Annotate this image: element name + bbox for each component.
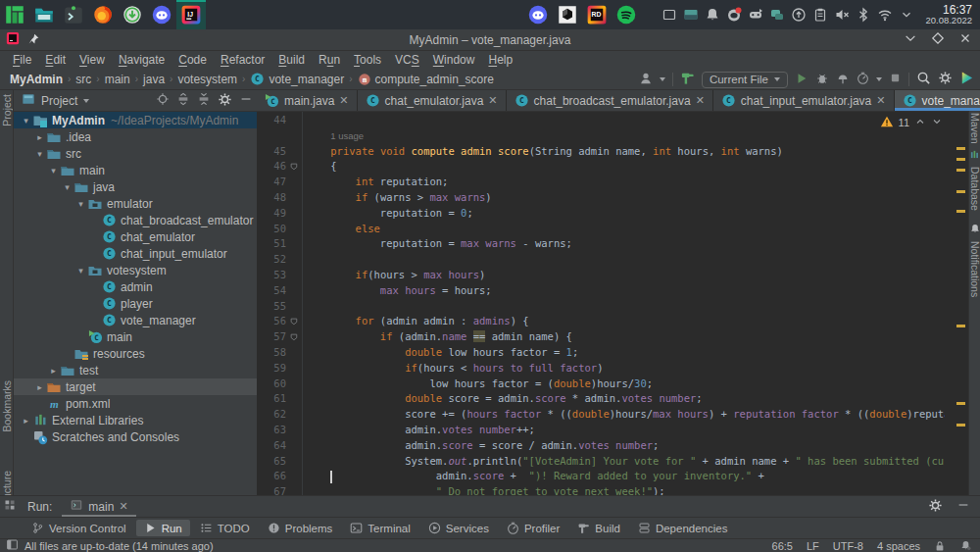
tree-item-java[interactable]: ▾java <box>14 178 257 195</box>
fold-marker-icon[interactable] <box>290 317 299 328</box>
locate-file-icon[interactable] <box>156 92 170 109</box>
coverage-button[interactable] <box>836 72 850 88</box>
tree-item-vote_manager[interactable]: Cvote_manager <box>14 312 257 328</box>
tree-closed-arrow-icon[interactable]: ▸ <box>33 132 46 142</box>
menu-code[interactable]: Code <box>172 53 214 67</box>
window-titlebar[interactable]: MyAdmin – vote_manager.java <box>0 29 980 51</box>
tree-open-arrow-icon[interactable]: ▾ <box>74 266 87 276</box>
tree-open-arrow-icon[interactable]: ▾ <box>20 116 32 125</box>
stripe-database-button[interactable]: Database <box>969 147 980 211</box>
menu-vcs[interactable]: VCS <box>388 53 426 67</box>
fold-marker-icon[interactable] <box>290 332 299 344</box>
messages-icon[interactable] <box>766 0 788 29</box>
breadcrumb-item-compute_admin_score[interactable]: mcompute_admin_score <box>356 73 496 86</box>
project-panel-header[interactable]: Project <box>14 90 257 112</box>
menu-file[interactable]: File <box>6 53 38 67</box>
bluetooth-icon[interactable] <box>853 0 874 29</box>
clipboard-icon[interactable] <box>809 0 831 29</box>
inspections-widget[interactable]: 11 <box>880 115 943 130</box>
tab-close-icon[interactable]: ✕ <box>696 95 705 106</box>
debug-button[interactable] <box>815 72 829 88</box>
fold-marker-icon[interactable] <box>290 162 299 174</box>
code-line-56[interactable]: 56 for (admin admin : admins) { <box>257 315 968 330</box>
code-line-53[interactable]: 53 if(hours > max_hours) <box>257 269 968 284</box>
search-everywhere-icon[interactable] <box>916 71 931 88</box>
code-line-46[interactable]: 46 { <box>257 160 968 176</box>
code-line-48[interactable]: 48 if (warns > max_warns) <box>257 191 968 207</box>
firefox-icon[interactable] <box>88 0 118 29</box>
breadcrumb-item-java[interactable]: java <box>141 73 167 86</box>
toolwindow-run[interactable]: Run <box>136 520 190 536</box>
code-line-52[interactable]: 52 <box>257 253 968 269</box>
menu-tools[interactable]: Tools <box>347 53 388 67</box>
menu-run[interactable]: Run <box>312 53 347 67</box>
code-line-61[interactable]: 61 double score = admin.score * admin.vo… <box>257 392 968 408</box>
maximize-button[interactable] <box>931 31 945 49</box>
package-manager-icon[interactable] <box>118 0 147 29</box>
stripe-project-button[interactable]: Project <box>0 94 13 126</box>
updates-icon[interactable] <box>788 0 809 29</box>
tab-chat_broadcast_emulator.java[interactable]: Cchat_broadcast_emulator.java✕ <box>507 90 713 111</box>
run-tab-close-icon[interactable]: ✕ <box>119 501 127 512</box>
stripe-notifications-button[interactable]: Notifications <box>969 221 980 297</box>
tree-item-External Libraries[interactable]: ▸External Libraries <box>14 412 257 428</box>
run-panel-minimize-icon[interactable] <box>956 498 970 515</box>
discord-tray-app-icon[interactable] <box>523 0 553 29</box>
write-access-lock-icon[interactable] <box>934 540 946 552</box>
toolwindow-terminal[interactable]: Terminal <box>342 520 417 536</box>
next-warning-icon[interactable] <box>931 116 943 129</box>
status-encoding[interactable]: UTF-8 <box>833 540 863 552</box>
menu-refactor[interactable]: Refactor <box>214 53 271 67</box>
toolwindow-dependencies[interactable]: Dependencies <box>630 520 736 536</box>
run-configuration-select[interactable]: Current File <box>702 72 788 88</box>
tab-close-icon[interactable]: ✕ <box>339 95 348 106</box>
code-line-45[interactable]: 45 private void compute_admin_score(Stri… <box>257 145 968 161</box>
spotify-tray-app-icon[interactable] <box>612 0 641 29</box>
tree-item-main[interactable]: Cmain <box>14 328 257 345</box>
tree-open-arrow-icon[interactable]: ▾ <box>33 149 46 159</box>
tool-window-layout-icon[interactable] <box>4 499 16 514</box>
breadcrumb-item-votesystem[interactable]: votesystem <box>175 73 239 86</box>
tree-closed-arrow-icon[interactable]: ▸ <box>33 382 46 392</box>
tool-window-switcher-icon[interactable] <box>6 538 19 552</box>
code-line-57[interactable]: 57 if (admin.name == admin_name) { <box>257 330 968 346</box>
breadcrumb-item-src[interactable]: src <box>74 73 93 86</box>
tree-item-.idea[interactable]: ▸.idea <box>14 128 257 145</box>
tree-item-chat_broadcast_emulator[interactable]: Cchat_broadcast_emulator <box>14 212 257 228</box>
toolwindow-profiler[interactable]: Profiler <box>499 520 567 536</box>
status-notifications-icon[interactable] <box>959 539 972 552</box>
tree-closed-arrow-icon[interactable]: ▸ <box>20 416 32 426</box>
gradient-play-icon[interactable] <box>959 71 974 88</box>
tree-closed-arrow-icon[interactable]: ▸ <box>47 366 60 376</box>
tree-item-admin[interactable]: Cadmin <box>14 278 257 295</box>
scrollbar-warning-mark[interactable] <box>956 424 965 427</box>
discord-icon[interactable] <box>147 0 176 29</box>
menu-window[interactable]: Window <box>426 53 482 67</box>
stop-button[interactable] <box>889 72 902 87</box>
tree-item-test[interactable]: ▸test <box>14 362 257 378</box>
tab-chat_input_emulator.java[interactable]: Cchat_input_emulator.java✕ <box>713 90 895 111</box>
tree-item-chat_emulator[interactable]: Cchat_emulator <box>14 228 257 245</box>
toolwindow-todo[interactable]: TODO <box>192 520 258 536</box>
code-line-47[interactable]: 47 int reputation; <box>257 176 968 191</box>
tree-item-main[interactable]: ▾main <box>14 162 257 178</box>
expand-all-icon[interactable] <box>176 92 190 109</box>
wifi-icon[interactable] <box>874 0 896 29</box>
tree-item-MyAdmin[interactable]: ▾MyAdmin~/IdeaProjects/MyAdmin <box>14 112 257 128</box>
toolwindow-build[interactable]: Build <box>569 520 628 536</box>
run-panel-settings-gear-icon[interactable] <box>928 498 943 516</box>
tree-open-arrow-icon[interactable]: ▾ <box>74 199 87 209</box>
user-dropdown-caret-icon[interactable] <box>660 77 665 81</box>
tree-item-Scratches and Consoles[interactable]: Scratches and Consoles <box>14 428 257 445</box>
tree-item-chat_input_emulator[interactable]: Cchat_input_emulator <box>14 245 257 262</box>
scrollbar-warning-mark[interactable] <box>956 190 965 193</box>
scrollbar-warning-mark[interactable] <box>956 169 965 172</box>
tree-item-emulator[interactable]: ▾emulator <box>14 195 257 212</box>
menu-view[interactable]: View <box>73 53 112 67</box>
tab-chat_emulator.java[interactable]: Cchat_emulator.java✕ <box>358 90 507 111</box>
code-area[interactable]: 44 1 usage45 private void compute_admin_… <box>257 112 968 495</box>
breadcrumb-item-main[interactable]: main <box>103 73 132 86</box>
clock[interactable]: 16:37 20.08.2022 <box>919 4 980 26</box>
stripe-bookmarks-button[interactable]: Bookmarks <box>0 380 13 432</box>
rider-tray-app-icon[interactable]: RD <box>582 0 612 29</box>
